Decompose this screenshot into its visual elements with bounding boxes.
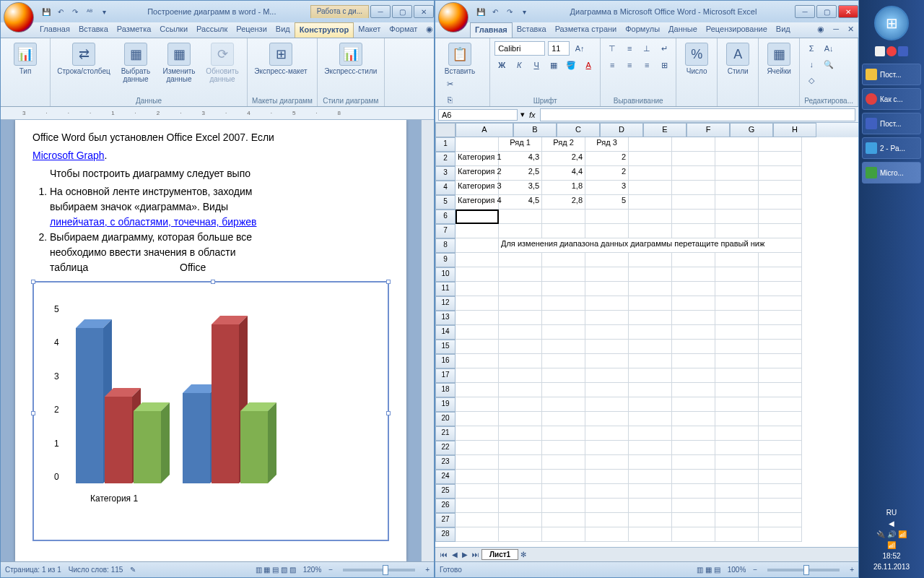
cell[interactable] xyxy=(499,282,542,296)
cell[interactable] xyxy=(672,166,715,181)
cell[interactable] xyxy=(585,513,629,527)
cell[interactable] xyxy=(759,195,802,210)
border-icon[interactable]: ▦ xyxy=(546,58,561,72)
cell[interactable] xyxy=(629,513,672,527)
cell[interactable] xyxy=(499,296,542,311)
cell[interactable] xyxy=(759,383,802,397)
zoom-slider[interactable] xyxy=(767,569,840,571)
cell[interactable] xyxy=(585,282,629,296)
zoom-out-icon[interactable]: − xyxy=(753,566,757,574)
tray-expand-icon[interactable]: ◀ xyxy=(889,519,894,527)
cell[interactable] xyxy=(672,152,715,166)
quick-styles-button[interactable]: 📊 Экспресс-стили xyxy=(322,41,380,77)
find-icon[interactable]: 🔍 xyxy=(821,57,836,72)
col-header-a[interactable]: A xyxy=(456,123,513,137)
cell[interactable] xyxy=(585,368,629,383)
cell[interactable] xyxy=(456,325,499,340)
cell[interactable]: 3 xyxy=(585,181,629,195)
cell[interactable] xyxy=(672,383,715,397)
row-header[interactable]: 11 xyxy=(435,282,456,296)
cell[interactable] xyxy=(672,210,715,224)
cell[interactable] xyxy=(542,527,585,542)
align-top-icon[interactable]: ⊤ xyxy=(605,41,619,56)
cell[interactable] xyxy=(715,311,759,325)
cell[interactable] xyxy=(629,253,672,267)
cell[interactable] xyxy=(672,513,715,527)
cell[interactable]: 3,5 xyxy=(499,181,542,195)
cell[interactable] xyxy=(672,527,715,542)
cell[interactable] xyxy=(585,499,629,513)
cell[interactable]: 1,8 xyxy=(542,181,585,195)
cell[interactable] xyxy=(456,311,499,325)
cell[interactable] xyxy=(499,325,542,340)
cell[interactable] xyxy=(759,340,802,354)
cell[interactable]: 4,5 xyxy=(499,195,542,210)
cell[interactable] xyxy=(499,470,542,484)
cell[interactable] xyxy=(759,210,802,224)
cell[interactable] xyxy=(499,210,542,224)
cell[interactable] xyxy=(715,412,759,426)
cell[interactable]: Категория 1 xyxy=(456,152,499,166)
cell[interactable] xyxy=(629,527,672,542)
cell[interactable] xyxy=(585,412,629,426)
cell[interactable] xyxy=(499,383,542,397)
cell[interactable]: 2 xyxy=(585,166,629,181)
cell[interactable] xyxy=(715,296,759,311)
clear-icon[interactable]: ◇ xyxy=(804,73,819,87)
maximize-button[interactable]: ▢ xyxy=(392,5,412,18)
cell[interactable] xyxy=(629,311,672,325)
cell[interactable] xyxy=(456,224,499,238)
change-chart-type-button[interactable]: 📊 Тип xyxy=(5,41,45,77)
cell[interactable] xyxy=(629,166,672,181)
sheet-tab-1[interactable]: Лист1 xyxy=(481,549,518,560)
cell[interactable] xyxy=(629,296,672,311)
cell[interactable] xyxy=(629,340,672,354)
cell[interactable] xyxy=(672,484,715,499)
quick-launch-icon[interactable] xyxy=(886,46,897,56)
cell[interactable]: Категория 3 xyxy=(456,181,499,195)
maximize-button[interactable]: ▢ xyxy=(816,5,837,18)
cell[interactable] xyxy=(715,484,759,499)
cell[interactable] xyxy=(672,441,715,455)
formula-input[interactable] xyxy=(540,108,855,121)
cell[interactable] xyxy=(672,311,715,325)
row-header[interactable]: 4 xyxy=(435,181,456,195)
cell[interactable] xyxy=(759,282,802,296)
cell[interactable]: Категория 2 xyxy=(456,166,499,181)
fill-icon[interactable]: ↓ xyxy=(804,57,819,72)
sort-icon[interactable]: A↓ xyxy=(821,41,836,56)
col-header-h[interactable]: H xyxy=(773,123,816,137)
row-header[interactable]: 5 xyxy=(435,195,456,210)
cell[interactable] xyxy=(672,195,715,210)
cell[interactable] xyxy=(542,224,585,238)
tab-design[interactable]: Конструктор xyxy=(295,22,354,38)
cell[interactable] xyxy=(759,325,802,340)
cell[interactable] xyxy=(715,152,759,166)
tab-insert[interactable]: Вставка xyxy=(74,22,113,38)
cell[interactable] xyxy=(715,455,759,470)
cell[interactable] xyxy=(585,484,629,499)
save-icon[interactable]: 💾 xyxy=(474,5,487,18)
language-indicator[interactable]: RU xyxy=(886,509,897,517)
resize-handle[interactable] xyxy=(386,411,391,415)
cell[interactable] xyxy=(715,166,759,181)
new-sheet-icon[interactable]: ✻ xyxy=(518,551,528,558)
align-bottom-icon[interactable]: ⊥ xyxy=(640,41,654,56)
row-header[interactable]: 18 xyxy=(435,383,456,397)
cell[interactable] xyxy=(672,340,715,354)
underline-icon[interactable]: Ч xyxy=(529,58,544,72)
cell[interactable] xyxy=(715,383,759,397)
cell[interactable] xyxy=(499,368,542,383)
cell[interactable] xyxy=(715,181,759,195)
refresh-data-button[interactable]: ⟳ Обновить данные xyxy=(202,41,243,85)
cell[interactable] xyxy=(672,137,715,152)
cell[interactable] xyxy=(542,397,585,412)
cell[interactable] xyxy=(629,210,672,224)
taskbar-item[interactable]: Как с... xyxy=(862,88,921,110)
cell[interactable] xyxy=(629,152,672,166)
cell[interactable] xyxy=(715,470,759,484)
cell[interactable] xyxy=(542,470,585,484)
cell[interactable] xyxy=(542,267,585,282)
cell[interactable] xyxy=(715,210,759,224)
cell[interactable] xyxy=(759,397,802,412)
